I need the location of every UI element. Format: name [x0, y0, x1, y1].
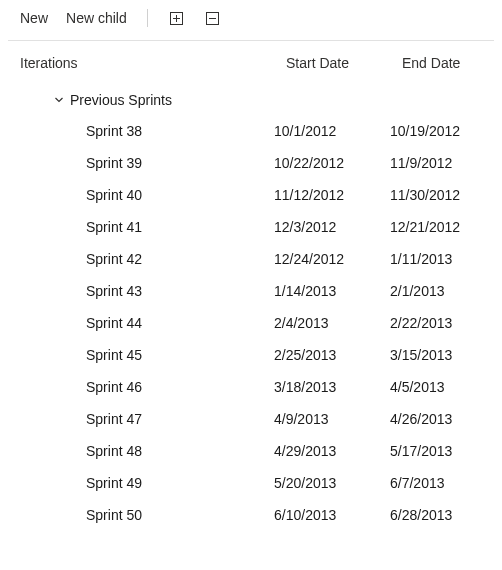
iteration-start-date: 2/25/2013 — [274, 347, 390, 363]
iteration-name: Sprint 43 — [8, 283, 274, 299]
iteration-name: Sprint 47 — [8, 411, 274, 427]
iteration-name: Sprint 41 — [8, 219, 274, 235]
iteration-name: Sprint 48 — [8, 443, 274, 459]
expand-all-button[interactable] — [168, 9, 186, 27]
iteration-name: Sprint 40 — [8, 187, 274, 203]
iteration-end-date: 6/28/2013 — [390, 507, 494, 523]
iteration-end-date: 4/26/2013 — [390, 411, 494, 427]
group-row-previous-sprints[interactable]: Previous Sprints — [8, 85, 494, 115]
iteration-start-date: 2/4/2013 — [274, 315, 390, 331]
table-row[interactable]: Sprint 442/4/20132/22/2013 — [8, 307, 494, 339]
toolbar: New New child — [0, 0, 502, 40]
group-label: Previous Sprints — [70, 92, 172, 108]
iteration-start-date: 12/3/2012 — [274, 219, 390, 235]
iteration-start-date: 5/20/2013 — [274, 475, 390, 491]
iteration-end-date: 11/30/2012 — [390, 187, 494, 203]
chevron-down-icon — [54, 95, 64, 105]
plus-box-icon — [170, 12, 183, 25]
minus-box-icon — [206, 12, 219, 25]
table-row[interactable]: Sprint 484/29/20135/17/2013 — [8, 435, 494, 467]
column-header-start-date[interactable]: Start Date — [286, 55, 402, 71]
iteration-start-date: 1/14/2013 — [274, 283, 390, 299]
iteration-end-date: 2/1/2013 — [390, 283, 494, 299]
iteration-end-date: 2/22/2013 — [390, 315, 494, 331]
table-row[interactable]: Sprint 3910/22/201211/9/2012 — [8, 147, 494, 179]
iteration-end-date: 3/15/2013 — [390, 347, 494, 363]
table-row[interactable]: Sprint 4112/3/201212/21/2012 — [8, 211, 494, 243]
table-row[interactable]: Sprint 506/10/20136/28/2013 — [8, 499, 494, 531]
iteration-start-date: 6/10/2013 — [274, 507, 390, 523]
table-row[interactable]: Sprint 463/18/20134/5/2013 — [8, 371, 494, 403]
iteration-start-date: 4/29/2013 — [274, 443, 390, 459]
iteration-start-date: 4/9/2013 — [274, 411, 390, 427]
iteration-name: Sprint 44 — [8, 315, 274, 331]
new-button[interactable]: New — [20, 8, 48, 28]
iteration-name: Sprint 39 — [8, 155, 274, 171]
iteration-end-date: 12/21/2012 — [390, 219, 494, 235]
table-row[interactable]: Sprint 3810/1/201210/19/2012 — [8, 115, 494, 147]
iteration-start-date: 11/12/2012 — [274, 187, 390, 203]
iteration-start-date: 10/22/2012 — [274, 155, 390, 171]
iteration-end-date: 4/5/2013 — [390, 379, 494, 395]
table-row[interactable]: Sprint 4212/24/20121/11/2013 — [8, 243, 494, 275]
iteration-name: Sprint 50 — [8, 507, 274, 523]
iteration-name: Sprint 46 — [8, 379, 274, 395]
new-child-button[interactable]: New child — [66, 8, 127, 28]
column-header-end-date[interactable]: End Date — [402, 55, 482, 71]
table-row[interactable]: Sprint 474/9/20134/26/2013 — [8, 403, 494, 435]
table-row[interactable]: Sprint 4011/12/201211/30/2012 — [8, 179, 494, 211]
iterations-grid: Iterations Start Date End Date Previous … — [0, 41, 502, 531]
iteration-name: Sprint 45 — [8, 347, 274, 363]
iteration-name: Sprint 49 — [8, 475, 274, 491]
iteration-end-date: 1/11/2013 — [390, 251, 494, 267]
iteration-end-date: 10/19/2012 — [390, 123, 494, 139]
iteration-end-date: 5/17/2013 — [390, 443, 494, 459]
iteration-start-date: 12/24/2012 — [274, 251, 390, 267]
iteration-start-date: 10/1/2012 — [274, 123, 390, 139]
toolbar-separator — [147, 9, 148, 27]
table-row[interactable]: Sprint 431/14/20132/1/2013 — [8, 275, 494, 307]
column-header-row: Iterations Start Date End Date — [8, 41, 494, 85]
collapse-all-button[interactable] — [204, 9, 222, 27]
table-row[interactable]: Sprint 495/20/20136/7/2013 — [8, 467, 494, 499]
iteration-end-date: 6/7/2013 — [390, 475, 494, 491]
iteration-start-date: 3/18/2013 — [274, 379, 390, 395]
iteration-name: Sprint 38 — [8, 123, 274, 139]
iteration-end-date: 11/9/2012 — [390, 155, 494, 171]
table-row[interactable]: Sprint 452/25/20133/15/2013 — [8, 339, 494, 371]
iteration-name: Sprint 42 — [8, 251, 274, 267]
column-header-iterations[interactable]: Iterations — [20, 55, 286, 71]
